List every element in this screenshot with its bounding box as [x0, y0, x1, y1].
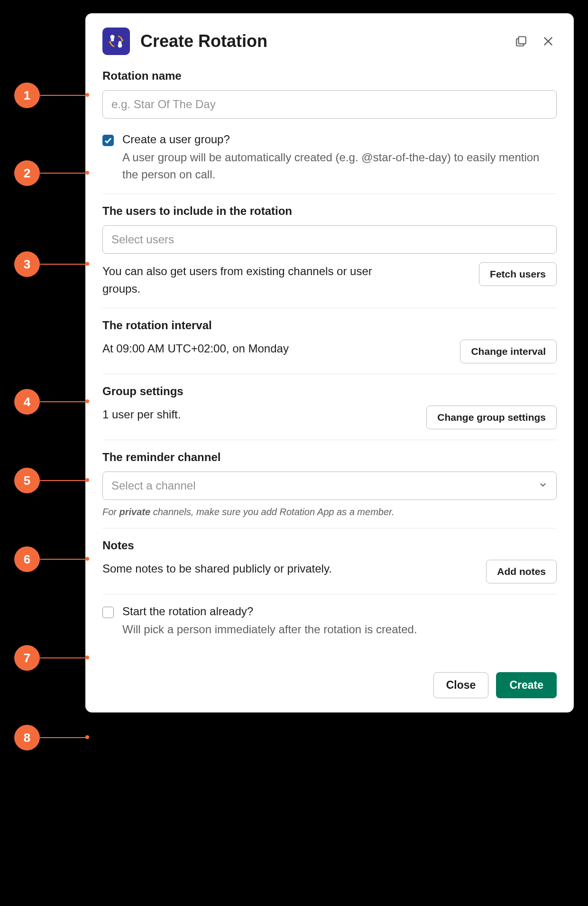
section-reminder-channel: The reminder channel Select a channel Fo…: [102, 451, 557, 528]
chevron-down-icon: [538, 479, 548, 492]
svg-marker-4: [121, 39, 124, 41]
annotation-dot: [85, 262, 89, 266]
create-usergroup-label: Create a user group?: [122, 133, 557, 146]
annotation-badge-4: 4: [14, 389, 40, 415]
annotation-badge-3: 3: [14, 251, 40, 277]
rotation-app-icon: [102, 28, 130, 55]
section-notes: Notes Some notes to be shared publicly o…: [102, 539, 557, 594]
section-rotation-name: Rotation name: [102, 69, 557, 127]
group-settings-value: 1 user per shift.: [102, 406, 181, 423]
interval-label: The rotation interval: [102, 319, 557, 332]
annotation-badge-8: 8: [14, 725, 40, 750]
close-button[interactable]: Close: [433, 672, 489, 698]
start-rotation-desc: Will pick a person immediately after the…: [122, 623, 417, 636]
reminder-channel-hint: For private channels, make sure you add …: [102, 507, 557, 518]
annotation-line: [40, 737, 86, 738]
annotation-line: [40, 173, 86, 174]
annotation-dot: [85, 557, 89, 561]
group-settings-label: Group settings: [102, 385, 557, 398]
svg-rect-6: [519, 37, 526, 44]
modal-footer: Close Create: [102, 672, 557, 698]
create-usergroup-checkbox[interactable]: [102, 135, 114, 146]
users-select-input[interactable]: [102, 225, 557, 254]
section-group-settings: Group settings 1 user per shift. Change …: [102, 385, 557, 440]
header-actions: [513, 33, 557, 50]
annotation-dot: [85, 735, 89, 739]
annotation-badge-7: 7: [14, 645, 40, 671]
start-rotation-checkbox[interactable]: [102, 607, 114, 618]
add-notes-button[interactable]: Add notes: [486, 560, 557, 583]
fetch-users-button[interactable]: Fetch users: [479, 262, 557, 286]
annotation-dot: [85, 656, 89, 659]
annotation-line: [40, 559, 86, 560]
reminder-channel-label: The reminder channel: [102, 451, 557, 464]
svg-point-3: [119, 41, 122, 45]
annotation-line: [40, 657, 86, 658]
annotation-badge-6: 6: [14, 546, 40, 572]
notes-value: Some notes to be shared publicly or priv…: [102, 560, 332, 577]
annotation-dot: [85, 93, 89, 97]
create-button[interactable]: Create: [496, 672, 557, 698]
section-users: The users to include in the rotation You…: [102, 204, 557, 308]
change-group-settings-button[interactable]: Change group settings: [426, 406, 557, 429]
users-label: The users to include in the rotation: [102, 204, 557, 218]
annotation-badge-2: 2: [14, 160, 40, 186]
annotation-badge-5: 5: [14, 468, 40, 493]
annotation-dot: [85, 399, 89, 403]
create-rotation-modal: Create Rotation Rotation name: [85, 13, 574, 712]
annotation-dot: [85, 478, 89, 482]
section-user-group: Create a user group? A user group will b…: [102, 133, 557, 194]
close-icon[interactable]: [540, 33, 557, 50]
notes-label: Notes: [102, 539, 557, 552]
svg-marker-5: [109, 41, 111, 43]
create-usergroup-desc: A user group will be automatically creat…: [122, 151, 539, 181]
rotation-name-input[interactable]: [102, 90, 557, 119]
modal-header: Create Rotation: [102, 28, 557, 55]
annotation-line: [40, 401, 86, 402]
expand-icon[interactable]: [513, 33, 529, 49]
annotation-line: [40, 480, 86, 481]
section-interval: The rotation interval At 09:00 AM UTC+02…: [102, 319, 557, 374]
start-rotation-label: Start the rotation already?: [122, 605, 417, 618]
change-interval-button[interactable]: Change interval: [460, 340, 557, 363]
annotation-line: [40, 264, 86, 265]
users-helper-text: You can also get users from existing cha…: [102, 262, 387, 297]
modal-title: Create Rotation: [140, 31, 503, 51]
reminder-channel-placeholder: Select a channel: [111, 479, 195, 492]
reminder-channel-select[interactable]: Select a channel: [102, 471, 557, 500]
annotation-line: [40, 95, 86, 96]
annotation-dot: [85, 171, 89, 175]
interval-value: At 09:00 AM UTC+02:00, on Monday: [102, 340, 289, 357]
svg-point-1: [111, 38, 114, 42]
rotation-name-label: Rotation name: [102, 69, 557, 83]
annotation-badge-1: 1: [14, 83, 40, 108]
section-start-rotation: Start the rotation already? Will pick a …: [102, 605, 557, 648]
